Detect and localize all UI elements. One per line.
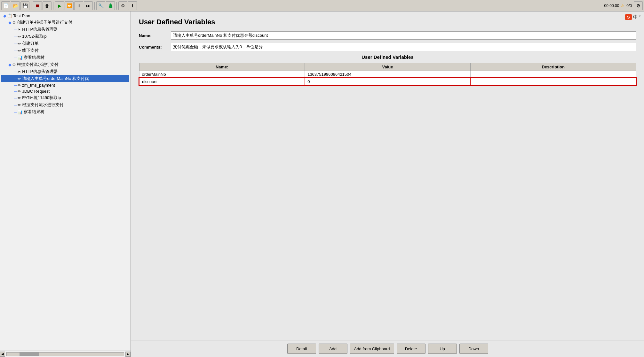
icon-view-6: 📊: [18, 55, 23, 60]
detail-button[interactable]: Detail: [287, 344, 316, 354]
toolbar-time: 00:00:00: [604, 4, 619, 8]
toolbar-right: 00:00:00 ⚠ 0/0 ⚙: [604, 1, 643, 10]
toolbar-info-btn[interactable]: ℹ: [128, 1, 137, 10]
row-1-value: 1363751996086421504: [305, 71, 471, 78]
tree-item-5[interactable]: ─ ✏ 线下支付: [1, 47, 129, 54]
tree-item-4[interactable]: ─ ✏ 创建订单: [1, 40, 129, 47]
down-button[interactable]: Down: [459, 344, 488, 354]
toolbar-tree-btn[interactable]: 🌲: [106, 1, 115, 10]
toolbar-sep-1: [31, 2, 31, 10]
name-row: Name:: [139, 31, 636, 40]
toolbar-settings-btn[interactable]: ⚙: [118, 1, 127, 10]
tree-item-root[interactable]: ◆ 📋 Test Plan: [1, 13, 129, 19]
scrollbar-thumb: [20, 353, 39, 356]
toolbar-brush-btn[interactable]: 🔧: [96, 1, 105, 10]
connector-2: ─: [14, 27, 17, 32]
row-2-description: [470, 78, 636, 85]
add-button[interactable]: Add: [319, 344, 347, 354]
name-input[interactable]: [171, 31, 636, 40]
tree-item-1[interactable]: ◆ ⚙ 创建订单-根据子单号进行支付: [1, 19, 129, 26]
comments-row: Comments:: [139, 43, 636, 51]
tree-item-13-label: 根据支付流水进行支付: [22, 102, 64, 108]
toolbar-sep-4: [116, 2, 117, 10]
tree-item-13[interactable]: ─ ✏ 根据支付流水进行支付: [1, 101, 129, 108]
tree-item-root-label: Test Plan: [13, 13, 30, 18]
content-panel: S 中 ° User Defined Variables Name: Comme…: [131, 12, 644, 357]
row-1-description: [470, 71, 636, 78]
tree-item-8[interactable]: ─ ✂ HTTP信息头管理器: [1, 68, 129, 75]
comments-label: Comments:: [139, 45, 171, 50]
scroll-right-btn[interactable]: ▶: [125, 352, 131, 357]
icon-pencil-4: ✏: [18, 41, 21, 46]
row-1-name: orderMainNo: [139, 71, 305, 78]
connector-14: ─: [14, 110, 17, 114]
connector-5: ─: [14, 48, 17, 53]
toolbar-new-btn[interactable]: 📄: [1, 1, 10, 10]
toolbar-version: 0/0: [626, 4, 632, 8]
toolbar-extra-btn[interactable]: ⚙: [634, 1, 643, 10]
tree-item-5-label: 线下支付: [22, 48, 39, 53]
tree-item-6-label: 察看结果树: [24, 55, 44, 60]
tree-item-11-label: JDBC Request: [22, 89, 50, 94]
delete-button[interactable]: Delete: [397, 344, 425, 354]
tree-item-10-label: zm_fms_payment: [22, 83, 55, 88]
toolbar: 📄 📂 💾 ⏹ 🗑 ▶ ⏩ ⏸ ⏭ 🔧 🌲 ⚙ ℹ 00:00:00 ⚠ 0/0…: [0, 0, 644, 12]
tree-item-6[interactable]: ─ 📊 察看结果树: [1, 54, 129, 61]
tree-item-7-label: 根据支付流水进行支付: [17, 62, 59, 67]
icon-pencil-3: ✏: [18, 34, 21, 39]
toolbar-sep-3: [94, 2, 95, 10]
content-inner: S 中 ° User Defined Variables Name: Comme…: [131, 12, 644, 340]
connector-3: ─: [14, 34, 17, 39]
bottom-bar: Detail Add Add from Clipboard Delete Up …: [131, 340, 644, 357]
col-header-name: Name:: [139, 63, 305, 71]
tree-scrollbar-area: ◀ ▶: [0, 351, 131, 357]
tree-item-4-label: 创建订单: [22, 41, 39, 46]
tree-item-12[interactable]: ─ ✏ FAT环境11490获取ip: [1, 94, 129, 101]
tree-item-7[interactable]: ◆ ⚙ 根据支付流水进行支付: [1, 61, 129, 68]
toolbar-save-btn[interactable]: 💾: [20, 1, 29, 10]
tree-item-11[interactable]: ─ ✏ JDBC Request: [1, 88, 129, 94]
name-label: Name:: [139, 33, 171, 38]
up-button[interactable]: Up: [428, 344, 457, 354]
connector-10: ─: [14, 83, 17, 88]
comments-input[interactable]: [171, 43, 636, 51]
toolbar-open-btn[interactable]: 📂: [11, 1, 20, 10]
toolbar-clear-btn[interactable]: 🗑: [43, 1, 52, 10]
tree-item-14[interactable]: ─ 📊 察看结果树: [1, 108, 129, 115]
icon-scissors-2: ✂: [18, 27, 21, 32]
add-from-clipboard-button[interactable]: Add from Clipboard: [350, 344, 394, 354]
lang-icon: 中: [633, 14, 638, 20]
toolbar-run-btn[interactable]: ▶: [55, 1, 64, 10]
toolbar-step-btn[interactable]: ⏭: [84, 1, 93, 10]
toolbar-warning-icon: ⚠: [621, 4, 624, 8]
toolbar-stop-btn[interactable]: ⏹: [33, 1, 42, 10]
var-section-title: User Defined Variables: [139, 54, 636, 60]
tree-horizontal-scrollbar[interactable]: [6, 352, 124, 356]
tree-item-8-label: HTTP信息头管理器: [22, 69, 58, 74]
connector-13: ─: [14, 103, 17, 107]
icon-gear-7: ⚙: [12, 62, 16, 67]
col-header-value: Value: [305, 63, 471, 71]
toolbar-sep-2: [53, 2, 53, 10]
tree-item-3-label: 10752-获取ip: [22, 34, 47, 39]
tree-item-9[interactable]: ─ ✏ 请输入主单号orderMainNo 和支付优: [1, 75, 129, 82]
tree-item-1-label: 创建订单-根据子单号进行支付: [17, 19, 72, 25]
tree-item-10[interactable]: ─ ✏ zm_fms_payment: [1, 82, 129, 88]
toolbar-run2-btn[interactable]: ⏩: [65, 1, 74, 10]
tree-panel: ◆ 📋 Test Plan ◆ ⚙ 创建订单-根据子单号进行支付 ─ ✂ HTT…: [0, 12, 131, 357]
scroll-left-btn[interactable]: ◀: [0, 352, 5, 357]
connector-4: ─: [14, 41, 17, 46]
variables-table: Name: Value Description orderMainNo 1363…: [139, 63, 636, 86]
toolbar-pause-btn[interactable]: ⏸: [74, 1, 83, 10]
icon-scissors-8: ✂: [18, 69, 21, 74]
tree-item-2[interactable]: ─ ✂ HTTP信息头管理器: [1, 26, 129, 33]
table-row-highlighted[interactable]: discount 0: [139, 78, 636, 85]
icon-pencil-9: ✏: [18, 76, 21, 81]
connector-6: ─: [14, 55, 17, 60]
icon-pencil-10: ✏: [18, 83, 21, 88]
tree-item-14-label: 察看结果树: [24, 109, 44, 115]
connector-12: ─: [14, 96, 17, 100]
icon-pencil-13: ✏: [18, 103, 21, 107]
tree-item-3[interactable]: ─ ✏ 10752-获取ip: [1, 33, 129, 40]
table-row[interactable]: orderMainNo 1363751996086421504: [139, 71, 636, 78]
